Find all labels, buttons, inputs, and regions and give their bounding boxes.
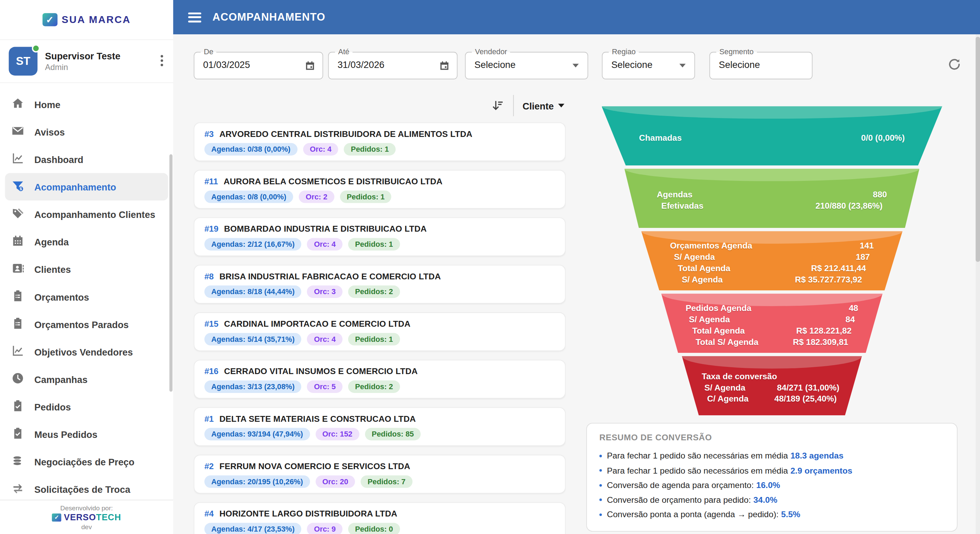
- pedidos-badge: Pedidos: 0: [348, 523, 400, 534]
- client-name: CARDINAL IMPORTACAO E COMERCIO LTDA: [224, 319, 411, 329]
- summary-text: Para fechar 1 pedido são necessárias em …: [607, 451, 788, 460]
- sidebar-item-acompanhamento[interactable]: $ Acompanhamento: [5, 173, 168, 200]
- sidebar-item-negociacoes-preco[interactable]: Negociações de Preço: [0, 448, 173, 475]
- page-scrollbar-thumb[interactable]: [975, 37, 980, 262]
- funnel-label: Agendas: [657, 190, 693, 199]
- hamburger-menu-icon[interactable]: [188, 12, 201, 22]
- funnel-column: Chamadas0/0 (0,00%) Agendas880 Efetivada…: [581, 94, 963, 534]
- user-panel: ST Supervisor Teste Admin: [0, 40, 173, 83]
- agendas-badge: Agendas: 2/12 (16,67%): [204, 238, 301, 250]
- client-card[interactable]: #1DELTA SETE MATERIAIS E CONSTRUCAO LTDA…: [194, 407, 566, 446]
- client-rank: #4: [204, 509, 213, 518]
- user-meta: Supervisor Teste Admin: [45, 51, 121, 72]
- agendas-badge: Agendas: 4/17 (23,53%): [204, 523, 301, 534]
- date-to-field[interactable]: Até 31/03/2026: [328, 52, 458, 79]
- sort-row: Cliente: [194, 94, 566, 122]
- app-root: ✓ SUA MARCA ST Supervisor Teste Admin Ho…: [0, 0, 980, 534]
- summary-item: Para fechar 1 pedido são necessárias em …: [600, 448, 945, 463]
- client-card[interactable]: #4HORIZONTE LARGO DISTRIBUIDORA LTDA Age…: [194, 502, 566, 534]
- tags-icon: [11, 207, 24, 222]
- main-content: De 01/03/2025 Até 31/03/2026 Vendedor Se…: [173, 34, 980, 534]
- client-card[interactable]: #11AURORA BELA COSMETICOS E DISTRIBUICAO…: [194, 170, 566, 209]
- sidebar-item-label: Campanhas: [34, 374, 88, 385]
- filter-bar: De 01/03/2025 Até 31/03/2026 Vendedor Se…: [194, 52, 969, 82]
- date-to-label: Até: [335, 48, 353, 56]
- sidebar-item-acompanhamento-clientes[interactable]: Acompanhamento Clientes: [0, 200, 173, 228]
- versotech-logo: ✓ VERSOTECH: [52, 512, 121, 522]
- funnel-label: Pedidos Agenda: [686, 304, 752, 313]
- date-from-label: De: [200, 48, 216, 56]
- funnel-label: Total S/ Agenda: [696, 337, 759, 346]
- sidebar-item-home[interactable]: Home: [0, 91, 173, 118]
- brand-name: SUA MARCA: [62, 14, 131, 25]
- client-name: DELTA SETE MATERIAIS E CONSTRUCAO LTDA: [220, 414, 416, 423]
- client-card[interactable]: #15CARDINAL IMPORTACAO E COMERCIO LTDA A…: [194, 312, 566, 351]
- agendas-badge: Agendas: 0/38 (0,00%): [204, 143, 298, 156]
- chart-line-icon: [11, 344, 24, 360]
- clipboard-list-icon: [11, 316, 24, 332]
- summary-value: 2.9 orçamentos: [791, 466, 852, 475]
- sidebar-item-dashboard[interactable]: Dashboard: [0, 146, 173, 173]
- agendas-badge: Agendas: 5/14 (35,71%): [204, 333, 301, 345]
- bullet-icon: [600, 513, 602, 516]
- vendedor-select[interactable]: Vendedor Selecione: [465, 52, 588, 79]
- refresh-button[interactable]: [947, 57, 966, 76]
- client-card[interactable]: #3ARVOREDO CENTRAL DISTRIBUIDORA DE ALIM…: [194, 122, 566, 161]
- summary-text: Conversão de orçamento para pedido:: [607, 495, 751, 504]
- versotech-tech: TECH: [96, 512, 121, 522]
- sort-icon[interactable]: [491, 99, 504, 113]
- funnel-segment-taxa-conversao: Taxa de conversão S/ Agenda84/271 (31,00…: [682, 356, 862, 416]
- user-menu-kebab-icon[interactable]: [161, 55, 163, 66]
- sidebar-item-meus-pedidos[interactable]: Meus Pedidos: [0, 420, 173, 448]
- funnel-segment-pedidos: Pedidos Agenda48 S/ Agenda84 Total Agend…: [661, 293, 883, 353]
- versotech-verso: VERSO: [64, 512, 96, 522]
- date-to-value: 31/03/2026: [337, 59, 385, 70]
- client-card[interactable]: #19BOMBARDAO INDUSTRIA E DISTRIBUICAO LT…: [194, 217, 566, 256]
- sidebar-item-label: Pedidos: [34, 401, 71, 412]
- svg-text:$: $: [20, 186, 22, 191]
- contact-card-icon: [11, 262, 24, 277]
- sidebar-item-label: Orçamentos Parados: [34, 319, 129, 329]
- clipboard-check-icon: [11, 399, 24, 415]
- sidebar-item-label: Acompanhamento Clientes: [34, 209, 155, 219]
- segmento-field[interactable]: Segmento Selecione: [710, 52, 813, 79]
- client-card[interactable]: #16CERRADO VITAL INSUMOS E COMERCIO LTDA…: [194, 360, 566, 399]
- funnel-segment-orcamentos: Orçamentos Agenda141 S/ Agenda187 Total …: [641, 231, 903, 290]
- sidebar-item-pedidos[interactable]: Pedidos: [0, 393, 173, 420]
- segmento-value: Selecione: [719, 59, 760, 70]
- sidebar-item-avisos[interactable]: Avisos: [0, 118, 173, 146]
- date-from-field[interactable]: De 01/03/2025: [194, 52, 323, 79]
- envelope-icon: [11, 124, 24, 140]
- client-list-column: Cliente #3ARVOREDO CENTRAL DISTRIBUIDORA…: [194, 94, 566, 534]
- funnel-label: Chamadas: [639, 133, 682, 142]
- sort-by-dropdown[interactable]: Cliente: [523, 100, 565, 111]
- regiao-value: Selecione: [611, 59, 652, 70]
- client-card[interactable]: #2FERRUM NOVA COMERCIO E SERVICOS LTDA A…: [194, 455, 566, 494]
- sidebar-item-solicitacoes-troca[interactable]: Solicitações de Troca: [0, 475, 173, 500]
- sidebar-item-agenda[interactable]: Agenda: [0, 228, 173, 255]
- client-card[interactable]: #8BRISA INDUSTRIAL FABRICACAO E COMERCIO…: [194, 265, 566, 304]
- summary-title: RESUMO DE CONVERSÃO: [600, 433, 945, 442]
- pedidos-badge: Pedidos: 1: [344, 143, 396, 156]
- regiao-select[interactable]: Regiao Selecione: [602, 52, 695, 79]
- vendedor-value: Selecione: [474, 59, 516, 70]
- client-rank: #15: [204, 319, 218, 329]
- brand-check-icon: ✓: [42, 13, 57, 26]
- sidebar-scrollbar[interactable]: [169, 154, 172, 392]
- divider: [513, 95, 514, 116]
- sidebar-item-label: Dashboard: [34, 154, 83, 165]
- calendar-icon[interactable]: [439, 60, 450, 72]
- sidebar-item-orcamentos[interactable]: Orçamentos: [0, 283, 173, 311]
- sidebar-item-orcamentos-parados[interactable]: Orçamentos Parados: [0, 311, 173, 338]
- funnel-label: S/ Agenda: [674, 252, 715, 262]
- sidebar-item-campanhas[interactable]: Campanhas: [0, 366, 173, 393]
- agendas-badge: Agendas: 20/195 (10,26%): [204, 475, 310, 488]
- clock-icon: [11, 371, 24, 387]
- coins-icon: [11, 454, 24, 469]
- funnel-value: 84/271 (31,00%): [777, 383, 840, 392]
- calendar-icon[interactable]: [304, 60, 315, 72]
- clipboard-check-icon: [11, 426, 24, 442]
- sidebar-item-clientes[interactable]: Clientes: [0, 255, 173, 283]
- sidebar-item-objetivos-vendedores[interactable]: Objetivos Vendedores: [0, 338, 173, 366]
- developed-by-label: Desenvolvido por:: [60, 504, 113, 512]
